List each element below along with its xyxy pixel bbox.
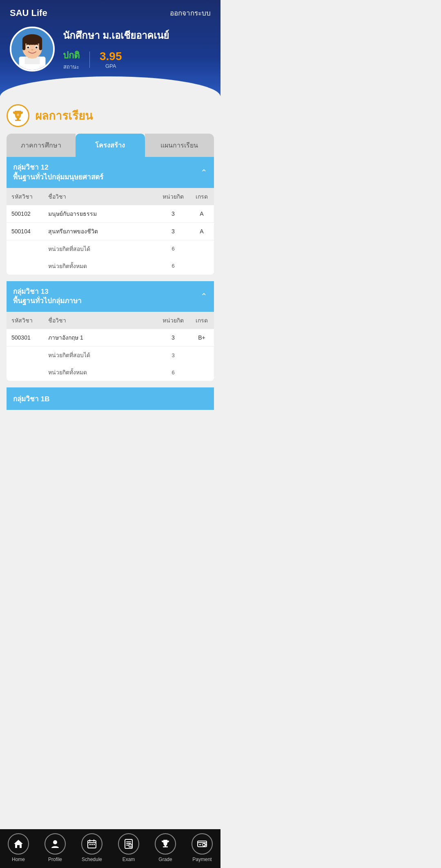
main-content: ผลการเรียน ภาคการศึกษา โครงสร้าง แผนการเ…: [0, 96, 220, 451]
table-row: 500301 ภาษาอังกฤษ 1 3 B+: [7, 329, 214, 347]
tab-semester[interactable]: ภาคการศึกษา: [7, 134, 76, 157]
col-header-code: รหัสวิชา: [7, 188, 43, 205]
summary-row: หน่วยกิตที่สอบได้ 6: [7, 240, 214, 257]
partial-group-1b: กลุ่มวิชา 1B: [7, 387, 214, 410]
course-table-12: รหัสวิชา ชื่อวิชา หน่วยกิต เกรด 500102 ม…: [7, 188, 214, 275]
trophy-icon: [11, 109, 24, 122]
col-header-code: รหัสวิชา: [7, 312, 43, 329]
summary-row: หน่วยกิตทั้งหมด 6: [7, 364, 214, 381]
gpa-label: GPA: [100, 63, 122, 69]
app-title: SAU Life: [10, 8, 47, 18]
course-group-12: กลุ่มวิชา 12 พื้นฐานทั่วไปกลุ่มมนุษยศาสต…: [7, 157, 214, 275]
svg-rect-6: [22, 39, 25, 50]
partial-group-title: กลุ่มวิชา 1B: [13, 393, 207, 404]
course-table-13: รหัสวิชา ชื่อวิชา หน่วยกิต เกรด 500301 ภ…: [7, 312, 214, 381]
table-row: 500104 สุนทรียภาพของชีวิต 3 A: [7, 222, 214, 240]
course-group-13: กลุ่มวิชา 13 พื้นฐานทั่วไปกลุ่มภาษา ⌃ รห…: [7, 281, 214, 381]
col-header-grade: เกรด: [189, 312, 214, 329]
col-header-credits: หน่วยกิต: [157, 188, 189, 205]
table-row: 500102 มนุษย์กับอารยธรรม 3 A: [7, 205, 214, 223]
tab-structure[interactable]: โครงสร้าง: [76, 134, 145, 157]
col-header-name: ชื่อวิชา: [43, 188, 157, 205]
svg-rect-7: [39, 39, 42, 50]
logout-button[interactable]: ออกจากระบบ: [170, 7, 211, 18]
svg-point-12: [31, 49, 33, 51]
group-12-title: กลุ่มวิชา 12 พื้นฐานทั่วไปกลุ่มมนุษยศาสต…: [13, 163, 103, 182]
svg-point-10: [27, 47, 29, 49]
partial-group-header[interactable]: กลุ่มวิชา 1B: [7, 387, 214, 410]
col-header-grade: เกรด: [189, 188, 214, 205]
group-13-header[interactable]: กลุ่มวิชา 13 พื้นฐานทั่วไปกลุ่มภาษา ⌃: [7, 281, 214, 312]
gpa-value: 3.95: [100, 50, 122, 63]
trophy-icon-circle: [7, 104, 29, 127]
student-name: นักศึกษา ม.เอเชียอาคเนย์: [63, 27, 211, 43]
section-title: ผลการเรียน: [35, 107, 93, 125]
svg-rect-14: [15, 120, 21, 121]
header-curve: [0, 76, 220, 97]
chevron-up-icon: ⌃: [200, 168, 207, 177]
section-header: ผลการเรียน: [7, 104, 214, 127]
status-value: ปกติ: [63, 48, 80, 63]
summary-row: หน่วยกิตทั้งหมด 6: [7, 257, 214, 275]
profile-section: นักศึกษา ม.เอเชียอาคเนย์ ปกติ สถานะ 3.95…: [10, 27, 211, 72]
svg-point-11: [36, 47, 38, 49]
header: SAU Life ออกจากระบบ: [0, 0, 220, 96]
svg-point-15: [17, 114, 19, 116]
stat-divider: [89, 51, 90, 68]
tabs-row: ภาคการศึกษา โครงสร้าง แผนการเรียน: [7, 134, 214, 157]
summary-row: หน่วยกิตที่สอบได้ 3: [7, 347, 214, 364]
svg-rect-13: [17, 118, 19, 120]
col-header-credits: หน่วยกิต: [157, 312, 189, 329]
status-label: สถานะ: [63, 63, 80, 71]
group-13-title: กลุ่มวิชา 13 พื้นฐานทั่วไปกลุ่มภาษา: [13, 287, 82, 306]
chevron-up-icon: ⌃: [200, 291, 207, 301]
col-header-name: ชื่อวิชา: [43, 312, 157, 329]
avatar: [10, 27, 55, 72]
group-12-header[interactable]: กลุ่มวิชา 12 พื้นฐานทั่วไปกลุ่มมนุษยศาสต…: [7, 157, 214, 188]
profile-info: นักศึกษา ม.เอเชียอาคเนย์ ปกติ สถานะ 3.95…: [63, 27, 211, 71]
tab-plan[interactable]: แผนการเรียน: [145, 134, 214, 157]
